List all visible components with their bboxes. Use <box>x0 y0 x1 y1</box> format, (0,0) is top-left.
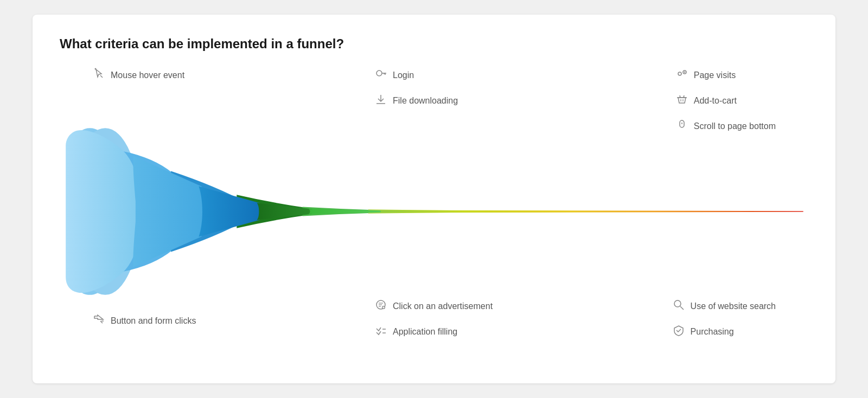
login-label: Login <box>393 70 414 80</box>
application-label: Application filling <box>393 327 457 337</box>
dots-icon <box>675 68 688 82</box>
shield-check-icon <box>672 324 685 339</box>
key-icon <box>374 68 387 82</box>
label-purchasing: Purchasing <box>672 324 776 339</box>
mouse-hover-label: Mouse hover event <box>111 70 184 80</box>
add-to-cart-label: Add-to-cart <box>694 96 737 106</box>
page-visits-label: Page visits <box>694 70 736 80</box>
svg-point-9 <box>678 72 681 75</box>
mouse-icon <box>675 119 688 133</box>
content-area: Mouse hover event Login <box>60 68 808 355</box>
label-file-downloading: File downloading <box>374 93 458 108</box>
label-button-clicks: Button and form clicks <box>92 313 196 328</box>
labels-top-center: Login File downloading <box>374 68 458 119</box>
download-icon <box>374 93 387 108</box>
label-login: Login <box>374 68 458 82</box>
label-advertisement: Click on an advertisement <box>374 299 493 313</box>
labels-top-right: Page visits Add-to-cart <box>675 68 776 144</box>
cursor-click-icon <box>92 313 105 328</box>
cursor-icon <box>92 68 105 82</box>
labels-bottom-right: Use of website search Purchasing <box>672 299 776 350</box>
label-page-visits: Page visits <box>675 68 776 82</box>
label-mouse-hover: Mouse hover event <box>92 68 184 82</box>
ad-click-icon <box>374 299 387 313</box>
website-search-label: Use of website search <box>691 301 776 311</box>
page-title: What criteria can be implemented in a fu… <box>60 36 808 52</box>
purchasing-label: Purchasing <box>691 327 734 337</box>
main-card: What criteria can be implemented in a fu… <box>33 15 835 383</box>
label-website-search: Use of website search <box>672 299 776 313</box>
svg-point-2 <box>95 68 97 70</box>
search-icon <box>672 299 685 313</box>
basket-icon <box>675 93 688 108</box>
advertisement-label: Click on an advertisement <box>393 301 493 311</box>
svg-point-3 <box>376 70 382 76</box>
label-add-to-cart: Add-to-cart <box>675 93 776 108</box>
svg-line-14 <box>684 95 684 98</box>
label-application: Application filling <box>374 324 493 339</box>
label-scroll: Scroll to page bottom <box>675 119 776 133</box>
labels-top-left: Mouse hover event <box>92 68 184 93</box>
button-clicks-label: Button and form clicks <box>111 316 196 326</box>
svg-point-11 <box>684 72 685 73</box>
svg-line-13 <box>680 95 680 98</box>
file-downloading-label: File downloading <box>393 96 458 106</box>
scroll-label: Scroll to page bottom <box>694 121 776 131</box>
svg-point-30 <box>674 300 681 307</box>
labels-bottom-center: Click on an advertisement Application fi… <box>374 299 493 350</box>
svg-line-1 <box>100 75 103 78</box>
svg-line-31 <box>680 306 684 310</box>
labels-bottom-left: Button and form clicks <box>92 313 196 339</box>
form-icon <box>374 324 387 339</box>
